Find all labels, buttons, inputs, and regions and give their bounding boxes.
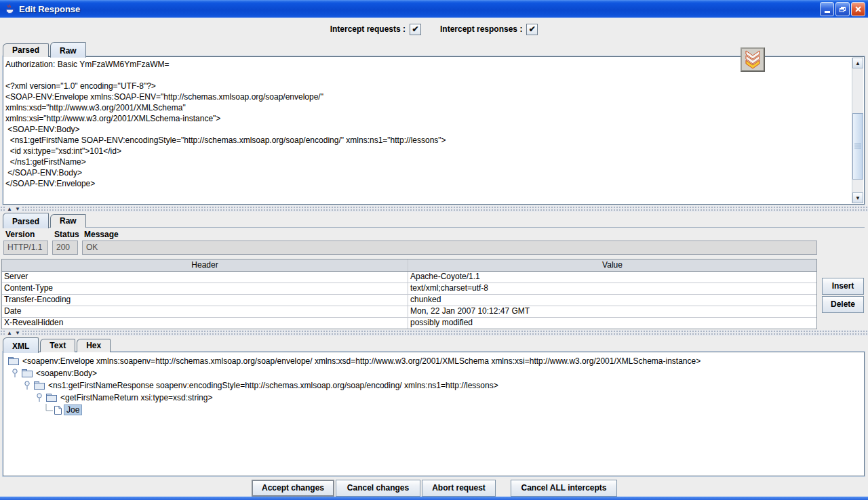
tab-border-line (3, 227, 865, 228)
scroll-down-button[interactable]: ▼ (852, 192, 863, 203)
folder-icon (45, 393, 58, 402)
check-icon: ✔ (412, 24, 418, 34)
headers-table-header: Header Value (2, 259, 816, 272)
scrollbar-thumb[interactable] (852, 113, 863, 180)
close-button[interactable] (851, 2, 865, 16)
tree-node-body[interactable]: <soapenv:Body> (6, 367, 861, 379)
minimize-icon (825, 11, 830, 13)
expand-handle-icon[interactable] (12, 368, 21, 379)
edit-response-window: Edit Response Intercept requests : ✔ Int… (0, 0, 868, 500)
split-divider[interactable]: ▲ ▼ (0, 330, 868, 336)
folder-icon (33, 381, 45, 390)
intercept-requests-label: Intercept requests : (330, 24, 406, 34)
request-tab-parsed[interactable]: Parsed (3, 43, 49, 57)
table-row[interactable]: X-RevealHidden possibly modified (2, 318, 816, 329)
intercept-requests-checkbox[interactable]: ✔ (410, 24, 421, 35)
java-cup-icon (4, 3, 16, 15)
table-row[interactable]: Content-Type text/xml;charset=utf-8 (2, 283, 816, 295)
collapse-down-icon[interactable]: ▼ (15, 330, 20, 336)
folder-icon (7, 356, 20, 366)
folder-icon (21, 369, 33, 378)
restore-icon (840, 7, 846, 12)
expand-handle-icon[interactable] (36, 392, 45, 403)
tree-node-return[interactable]: <getFirstNameReturn xsi:type=xsd:string> (6, 392, 861, 404)
request-tab-raw[interactable]: Raw (50, 42, 86, 58)
content-tab-xml[interactable]: XML (3, 337, 39, 353)
content-tabs: XML Text Hex (3, 336, 112, 352)
abort-request-button[interactable]: Abort request (422, 480, 496, 497)
status-label: Status (54, 230, 79, 239)
message-field[interactable]: OK (82, 241, 817, 255)
request-raw-pane: Authorization: Basic YmFzaWM6YmFzaWM= <?… (3, 56, 865, 205)
version-label: Version (5, 230, 35, 239)
intercept-toolbar: Intercept requests : ✔ Intercept respons… (0, 22, 868, 37)
column-value[interactable]: Value (408, 259, 816, 271)
close-icon (854, 5, 862, 13)
tree-node-joe[interactable]: Joe (6, 404, 861, 416)
split-divider[interactable]: ▲ ▼ (0, 206, 868, 212)
request-raw-textarea[interactable]: Authorization: Basic YmFzaWM6YmFzaWM= <?… (5, 59, 850, 202)
title-bar: Edit Response (0, 0, 868, 18)
headers-table: Header Value Server Apache-Coyote/1.1 Co… (1, 259, 817, 329)
minimize-button[interactable] (820, 2, 834, 16)
intercept-responses-checkbox[interactable]: ✔ (526, 24, 538, 35)
cancel-all-intercepts-button[interactable]: Cancel ALL intercepts (511, 480, 617, 497)
tree-branch-icon (44, 404, 54, 416)
status-field[interactable]: 200 (52, 241, 78, 255)
tree-node-response[interactable]: <ns1:getFirstNameResponse soapenv:encodi… (6, 379, 861, 392)
insert-button[interactable]: Insert (822, 278, 864, 295)
selected-tree-value[interactable]: Joe (64, 404, 82, 415)
intercept-responses-label: Intercept responses : (440, 24, 522, 34)
scroll-to-bottom-button[interactable] (741, 47, 765, 72)
response-tab-raw[interactable]: Raw (50, 214, 86, 228)
response-tab-parsed[interactable]: Parsed (3, 213, 49, 228)
document-icon (54, 405, 62, 415)
content-tab-hex[interactable]: Hex (77, 339, 111, 352)
table-row[interactable]: Date Mon, 22 Jan 2007 10:12:47 GMT (2, 306, 816, 318)
window-controls (820, 2, 865, 16)
message-label: Message (84, 230, 119, 239)
window-bottom-border (0, 497, 868, 500)
window-title: Edit Response (19, 4, 80, 14)
check-icon: ✔ (529, 24, 536, 34)
response-tabs: Parsed Raw (3, 211, 87, 228)
triple-chevron-down-icon (743, 49, 763, 70)
request-tabs: Parsed Raw (3, 41, 87, 57)
cancel-changes-button[interactable]: Cancel changes (336, 480, 420, 497)
table-row[interactable]: Server Apache-Coyote/1.1 (2, 272, 816, 283)
scroll-up-icon: ▲ (855, 60, 861, 66)
request-scrollbar[interactable]: ▲ ▼ (852, 58, 863, 203)
restore-button[interactable] (835, 2, 850, 16)
scroll-up-button[interactable]: ▲ (852, 58, 863, 68)
accept-changes-button[interactable]: Accept changes (252, 480, 334, 497)
content-tab-text[interactable]: Text (40, 339, 75, 352)
table-row[interactable]: Transfer-Encoding chunked (2, 295, 816, 306)
scroll-down-icon: ▼ (855, 195, 861, 201)
xml-tree: <soapenv:Envelope xmlns:soapenv=http://s… (6, 355, 861, 416)
expand-handle-icon[interactable] (24, 380, 33, 391)
collapse-up-icon[interactable]: ▲ (7, 330, 12, 336)
thumb-grip-icon (854, 144, 861, 149)
column-header[interactable]: Header (2, 259, 408, 271)
delete-button[interactable]: Delete (822, 296, 864, 313)
version-field[interactable]: HTTP/1.1 (3, 241, 48, 255)
tree-node-envelope[interactable]: <soapenv:Envelope xmlns:soapenv=http://s… (6, 355, 861, 367)
xml-tree-pane: <soapenv:Envelope xmlns:soapenv=http://s… (3, 352, 865, 476)
